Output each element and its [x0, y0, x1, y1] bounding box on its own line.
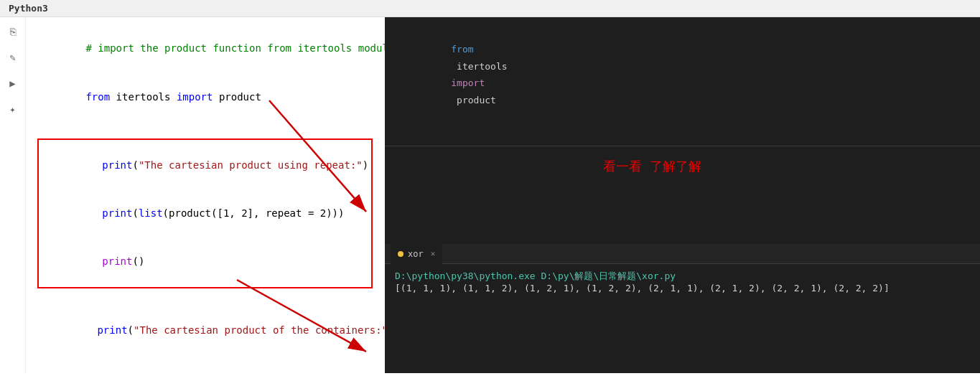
red-box-section: print("The cartesian product using repea…: [37, 138, 373, 289]
terminal-tab-bar: xor ✕: [385, 244, 980, 264]
terminal-path-line: D:\python\py38\python.exe D:\py\解题\日常解题\…: [395, 270, 970, 283]
sidebar: ⎘ ✎ ▶ ✦: [0, 17, 26, 373]
main-layout: ⎘ ✎ ▶ ✦ # import the product function fr…: [0, 17, 980, 373]
tab-dot: [398, 251, 403, 257]
code-line-print5: print(list(product(['geeks', 'for', 'gee…: [37, 354, 373, 373]
sun-icon[interactable]: ✦: [6, 102, 20, 116]
code-line-print3: print(): [42, 238, 368, 286]
right-code-line-1: from itertools import product: [395, 24, 970, 125]
play-icon[interactable]: ▶: [6, 76, 20, 90]
left-code-panel: # import the product function from itert…: [26, 17, 385, 373]
right-code-line-2: print ( list (product([1, 2], repeat _=_…: [395, 125, 970, 146]
right-editor-content: from itertools import product print ( li…: [395, 24, 970, 146]
chinese-annotation: 看一看 了解了解: [603, 158, 701, 175]
terminal-output-line: [(1, 1, 1), (1, 1, 2), (1, 2, 1), (1, 2,…: [395, 283, 970, 293]
code-line-comment: # import the product function from itert…: [37, 24, 373, 72]
right-panel: from itertools import product print ( li…: [385, 17, 980, 373]
terminal-content: D:\python\py38\python.exe D:\py\解题\日常解题\…: [385, 264, 980, 373]
copy-icon[interactable]: ⎘: [6, 24, 20, 39]
code-line-print1: print("The cartesian product using repea…: [42, 141, 368, 189]
app-title: Python3: [9, 3, 48, 14]
code-line-print2: print(list(product([1, 2], repeat = 2))): [42, 189, 368, 238]
code-line-import: from itertools import product: [37, 72, 373, 121]
tab-close-icon[interactable]: ✕: [431, 249, 436, 258]
blank-line-2: [37, 290, 373, 306]
right-editor: from itertools import product print ( li…: [385, 17, 980, 146]
top-bar: Python3: [0, 0, 980, 17]
tab-label: xor: [408, 249, 424, 259]
terminal-tab-xor[interactable]: xor ✕: [391, 244, 442, 264]
code-line-print4: print("The cartesian product of the cont…: [37, 306, 373, 354]
blank-line-1: [37, 121, 373, 136]
pencil-icon[interactable]: ✎: [6, 50, 20, 65]
code-block: # import the product function from itert…: [37, 24, 373, 373]
